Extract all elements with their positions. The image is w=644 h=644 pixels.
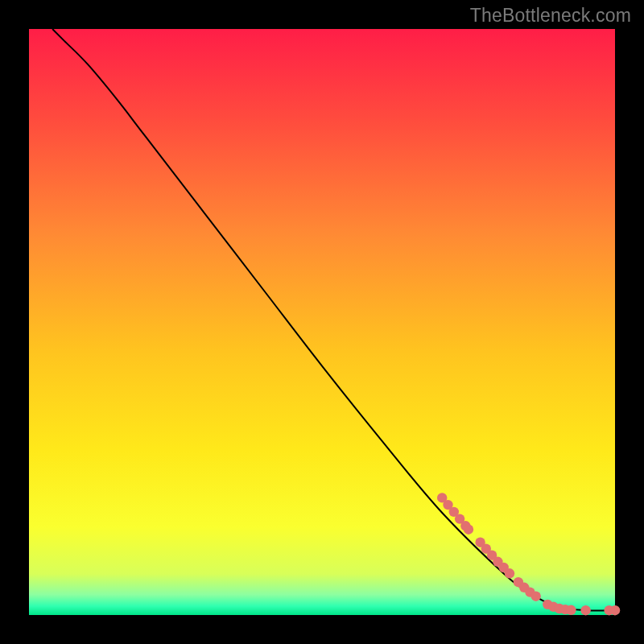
data-marker	[505, 568, 514, 578]
chart-container: TheBottleneck.com	[0, 0, 644, 644]
data-marker	[531, 592, 541, 601]
data-marker	[566, 605, 576, 615]
data-marker	[580, 605, 590, 615]
chart-svg	[0, 0, 644, 644]
plot-area	[29, 29, 615, 615]
data-marker	[464, 525, 473, 535]
data-marker	[610, 605, 620, 615]
attribution-text: TheBottleneck.com	[470, 5, 631, 27]
